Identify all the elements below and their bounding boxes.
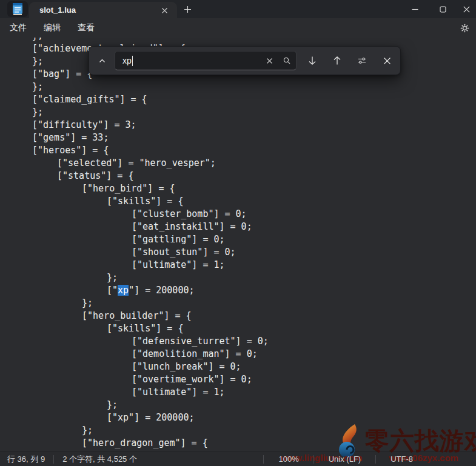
minimize-icon	[412, 6, 418, 13]
window-close-button[interactable]	[457, 0, 476, 18]
notepad-app-icon	[12, 2, 24, 16]
code-line: ["status"] = {	[7, 170, 269, 182]
settings-button[interactable]	[457, 20, 473, 36]
tab-title: slot_1.lua	[39, 5, 76, 15]
code-line: };	[7, 81, 269, 93]
code-line: ["hero_bird"] = {	[7, 182, 269, 195]
text-editor[interactable]: }; ["achievements_claimed"] = { }; ["bag…	[0, 38, 476, 451]
search-button[interactable]	[279, 53, 294, 68]
close-icon	[383, 57, 391, 65]
close-icon	[463, 6, 470, 13]
code-line: ["eat_instakill"] = 0;	[7, 221, 269, 233]
find-previous-button[interactable]	[328, 52, 346, 70]
arrow-down-icon	[307, 56, 317, 65]
code-line: };	[7, 38, 269, 42]
cursor-position: 行 36, 列 9	[7, 454, 45, 465]
find-input[interactable]: xp	[115, 51, 297, 70]
code-line: };	[7, 297, 269, 310]
statusbar: 行 36, 列 9 2 个字符, 共 4,525 个 100% Unix (LF…	[0, 451, 476, 466]
statusbar-divider	[263, 455, 264, 464]
code-line: ["skills"] = {	[7, 322, 269, 335]
notepad-window: slot_1.lua	[0, 0, 476, 466]
statusbar-right: 100% Unix (LF) UTF-8	[263, 454, 476, 464]
menu-edit[interactable]: 编辑	[36, 20, 68, 36]
statusbar-divider	[53, 455, 54, 464]
maximize-icon	[440, 6, 446, 13]
code-line: };	[7, 106, 269, 119]
char-count: 2 个字符, 共 4,525 个	[62, 454, 137, 465]
find-options-button[interactable]	[353, 52, 371, 70]
code-line: ["xp"] = 200000;	[7, 411, 269, 424]
chevron-up-icon	[98, 57, 106, 65]
minimize-button[interactable]	[401, 0, 429, 18]
options-sliders-icon	[357, 55, 367, 66]
find-close-button[interactable]	[378, 52, 396, 70]
code-line: ["lunch_break"] = 0;	[7, 361, 269, 373]
code-line: ["defensive_turret"] = 0;	[7, 335, 269, 348]
statusbar-divider	[375, 455, 376, 464]
search-icon	[283, 56, 291, 65]
gear-icon	[460, 23, 470, 33]
find-expand-toggle[interactable]	[93, 52, 110, 69]
statusbar-divider	[313, 455, 314, 464]
code-line: ["ultimate"] = 1;	[7, 259, 269, 271]
tab-close-button[interactable]	[159, 5, 170, 16]
clear-search-button[interactable]	[262, 53, 277, 68]
arrow-up-icon	[332, 56, 342, 65]
find-query-text: xp	[122, 56, 262, 66]
find-bar: xp	[89, 46, 401, 75]
code-line: ["hero_dragon_gem"] = {	[7, 437, 269, 450]
code-line: ["ultimate"] = 1;	[7, 386, 269, 399]
code-line: ["demolition_man"] = 0;	[7, 348, 269, 361]
code-line: ["gattling"] = 0;	[7, 233, 269, 246]
code-line: ["xp"] = 200000;	[7, 284, 269, 297]
text-caret	[132, 56, 133, 66]
tab-slot-1-lua[interactable]: slot_1.lua	[29, 2, 177, 18]
code-line: ["gems"] = 33;	[7, 131, 269, 144]
statusbar-left: 行 36, 列 9 2 个字符, 共 4,525 个	[7, 454, 137, 465]
tab-close-icon	[161, 7, 168, 14]
line-ending: Unix (LF)	[329, 454, 361, 464]
code-line: ["heroes"] = {	[7, 144, 269, 157]
plus-icon	[184, 5, 192, 13]
find-match-highlight: xp	[118, 285, 129, 296]
find-next-button[interactable]	[303, 52, 321, 70]
titlebar: slot_1.lua	[0, 0, 476, 18]
code-line: ["claimed_gifts"] = {	[7, 93, 269, 106]
code-line: ["hero_builder"] = {	[7, 310, 269, 322]
clear-icon	[266, 58, 273, 64]
code-line: ["selected"] = "hero_vesper";	[7, 157, 269, 170]
code-line: ["overtime_work"] = 0;	[7, 373, 269, 386]
code-line: ["skills"] = {	[7, 195, 269, 208]
encoding: UTF-8	[391, 454, 413, 464]
code-line: ["shout_stun"] = 0;	[7, 246, 269, 259]
code-line: ["difficulty"] = 3;	[7, 119, 269, 131]
code-line: };	[7, 271, 269, 284]
menubar: 文件 编辑 查看	[0, 18, 476, 38]
maximize-button[interactable]	[429, 0, 457, 18]
menu-file[interactable]: 文件	[2, 20, 34, 36]
new-tab-button[interactable]	[181, 2, 194, 16]
app-menu-button[interactable]	[7, 1, 28, 17]
code-content: }; ["achievements_claimed"] = { }; ["bag…	[7, 38, 269, 450]
code-line: ["cluster_bomb"] = 0;	[7, 208, 269, 221]
code-line: };	[7, 424, 269, 437]
code-line: };	[7, 399, 269, 411]
zoom-level: 100%	[278, 454, 298, 464]
menu-view[interactable]: 查看	[70, 20, 102, 36]
